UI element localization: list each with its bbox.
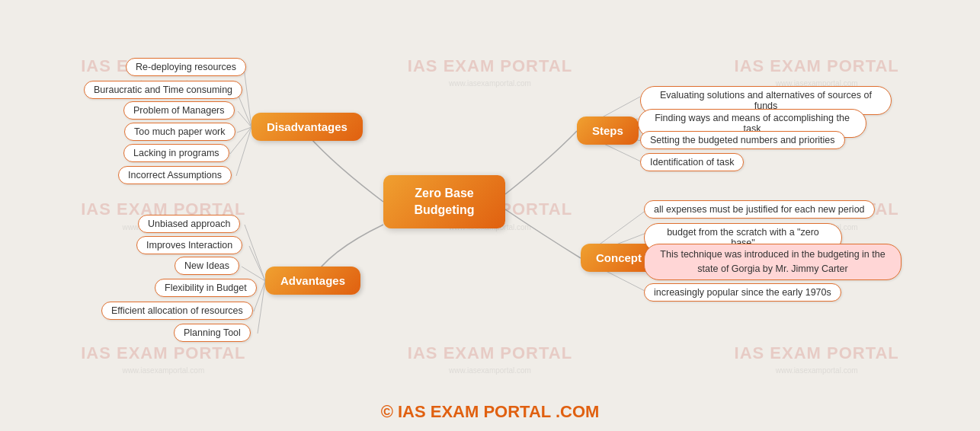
svg-line-5	[236, 127, 251, 176]
leaf-efficient-allocation: Efficient allocation of resources	[101, 302, 253, 320]
leaf-buraucratic: Buraucratic and Time consuming	[84, 81, 242, 99]
footer-copyright: © IAS EXAM PORTAL .COM	[0, 402, 980, 422]
leaf-paper-work: Too much paper work	[124, 123, 235, 141]
center-node: Zero Base Budgeting	[383, 175, 505, 228]
leaf-setting-budgeted: Setting the budgeted numbers and priorit…	[640, 131, 845, 149]
leaf-all-expenses: all expenses must be justified for each …	[644, 200, 875, 219]
category-steps: Steps	[577, 117, 639, 145]
leaf-increasingly-popular: increasingly popular since the early 197…	[644, 283, 841, 302]
svg-line-11	[258, 281, 265, 334]
svg-line-7	[249, 246, 265, 281]
svg-line-3	[237, 127, 251, 132]
leaf-problem-managers: Problem of Managers	[123, 101, 235, 120]
leaf-flexibility-budget: Flexibility in Budget	[155, 279, 257, 297]
svg-line-2	[238, 111, 251, 127]
center-label: Zero Base Budgeting	[414, 185, 474, 219]
category-advantages: Advantages	[265, 267, 360, 295]
leaf-redeploying: Re-deploying resources	[126, 58, 246, 76]
leaf-unbiased: Unbiased approach	[138, 215, 240, 233]
svg-line-6	[245, 225, 265, 281]
leaf-planning-tool: Planning Tool	[174, 324, 251, 342]
leaf-incorrect-assumptions: Incorrect Assumptions	[118, 166, 232, 184]
leaf-technique-introduced: This technique was introduced in the bud…	[644, 244, 902, 280]
svg-line-0	[244, 68, 251, 127]
leaf-lacking-programs: Lacking in programs	[123, 144, 229, 162]
category-disadvantages: Disadvantages	[251, 113, 363, 141]
leaf-new-ideas: New Ideas	[175, 257, 239, 275]
leaf-improves-interaction: Improves Interaction	[136, 236, 242, 254]
leaf-identification-task: Identification of task	[640, 153, 744, 171]
